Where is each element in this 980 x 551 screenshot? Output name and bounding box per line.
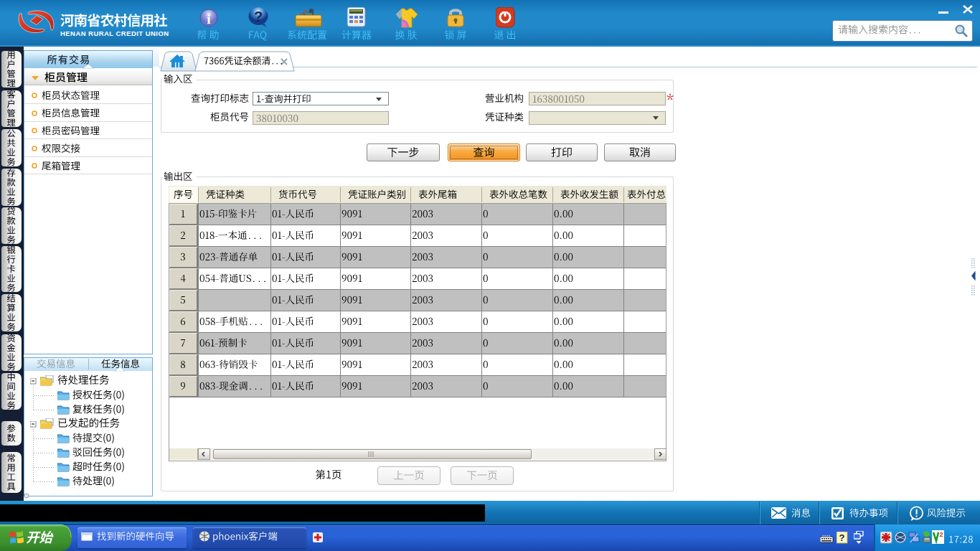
svg-text:?: ? xyxy=(839,532,845,543)
svg-text:i: i xyxy=(207,11,210,27)
svg-text:2: 2 xyxy=(939,531,943,538)
svg-text:?: ? xyxy=(254,9,263,24)
